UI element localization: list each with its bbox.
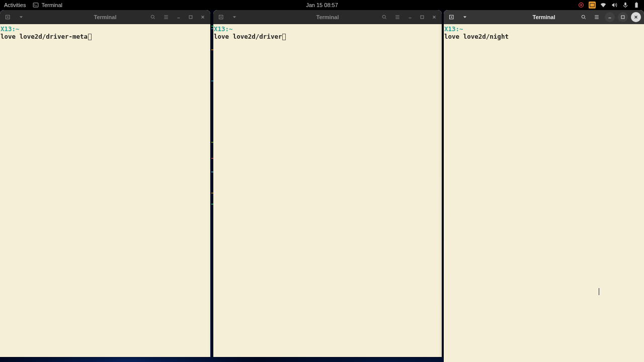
terminal-content[interactable]: X13:~ love love2d/night bbox=[444, 24, 644, 362]
network-icon[interactable] bbox=[600, 2, 607, 9]
active-app-label: Terminal bbox=[41, 2, 62, 8]
search-button[interactable] bbox=[378, 12, 390, 23]
hamburger-menu-button[interactable] bbox=[391, 12, 404, 23]
svg-rect-12 bbox=[421, 16, 424, 19]
window-title: Terminal bbox=[532, 14, 555, 20]
svg-point-14 bbox=[582, 15, 585, 18]
svg-point-8 bbox=[151, 15, 154, 18]
tab-menu-button[interactable] bbox=[459, 12, 471, 23]
svg-rect-4 bbox=[624, 3, 626, 6]
new-tab-button[interactable] bbox=[215, 12, 227, 23]
search-button[interactable] bbox=[578, 12, 590, 23]
hamburger-menu-button[interactable] bbox=[591, 12, 603, 23]
command-line: love love2d/night bbox=[444, 33, 509, 40]
new-tab-button[interactable] bbox=[446, 12, 458, 23]
maximize-button[interactable] bbox=[417, 12, 428, 23]
battery-icon[interactable] bbox=[633, 2, 640, 9]
screen-record-icon[interactable] bbox=[578, 2, 585, 9]
activities-button[interactable]: Activities bbox=[4, 2, 26, 8]
headerbar: Terminal bbox=[213, 10, 442, 24]
search-button[interactable] bbox=[147, 12, 159, 23]
clock[interactable]: Jan 15 08:57 bbox=[306, 2, 338, 8]
svg-rect-15 bbox=[621, 16, 624, 19]
svg-rect-3 bbox=[590, 4, 595, 7]
minimize-button[interactable] bbox=[605, 12, 615, 22]
minimize-button[interactable] bbox=[173, 12, 184, 23]
command-line: love love2d/driver bbox=[214, 33, 282, 40]
new-tab-button[interactable] bbox=[2, 12, 14, 23]
text-cursor bbox=[599, 288, 599, 295]
active-app-menu[interactable]: Terminal bbox=[33, 2, 62, 8]
close-button[interactable] bbox=[631, 12, 641, 22]
svg-rect-9 bbox=[189, 16, 192, 19]
maximize-button[interactable] bbox=[185, 12, 196, 23]
volume-icon[interactable] bbox=[611, 2, 618, 9]
svg-point-11 bbox=[382, 15, 385, 18]
window-title: Terminal bbox=[316, 14, 339, 20]
maximize-button[interactable] bbox=[618, 12, 628, 22]
svg-rect-6 bbox=[636, 2, 637, 3]
terminal-content[interactable]: X13:~ love love2d/driver-meta bbox=[0, 24, 210, 357]
tab-menu-button[interactable] bbox=[228, 12, 240, 23]
terminal-window-3[interactable]: Terminal X13:~ love love2d/night bbox=[444, 10, 644, 362]
workspace: Terminal X13:~ love love2d/drive bbox=[0, 10, 644, 362]
close-button[interactable] bbox=[429, 12, 440, 23]
svg-rect-0 bbox=[34, 3, 39, 7]
terminal-app-icon bbox=[33, 2, 39, 8]
close-button[interactable] bbox=[197, 12, 208, 23]
tab-menu-button[interactable] bbox=[15, 12, 27, 23]
cursor bbox=[88, 34, 92, 40]
svg-point-2 bbox=[580, 4, 582, 6]
hamburger-menu-button[interactable] bbox=[160, 12, 172, 23]
screenshot-icon[interactable] bbox=[589, 2, 596, 9]
headerbar: Terminal bbox=[0, 10, 210, 24]
headerbar: Terminal bbox=[444, 10, 644, 24]
shell-prompt: X13:~ bbox=[444, 25, 463, 33]
terminal-content[interactable]: X13:~ love love2d/driver bbox=[213, 24, 442, 357]
system-tray bbox=[578, 2, 640, 9]
shell-prompt: X13:~ bbox=[214, 25, 233, 33]
terminal-window-2[interactable]: Terminal X13:~ love love2d/drive bbox=[213, 10, 442, 357]
cursor bbox=[282, 34, 286, 40]
window-title: Terminal bbox=[94, 14, 116, 20]
svg-rect-5 bbox=[635, 3, 637, 8]
terminal-window-1[interactable]: Terminal X13:~ love love2d/drive bbox=[0, 10, 210, 357]
shell-prompt: X13:~ bbox=[1, 25, 20, 33]
command-line: love love2d/driver-meta bbox=[1, 33, 88, 40]
gnome-top-bar: Activities Terminal Jan 15 08:57 bbox=[0, 0, 644, 10]
microphone-icon[interactable] bbox=[622, 2, 629, 9]
minimize-button[interactable] bbox=[405, 12, 416, 23]
